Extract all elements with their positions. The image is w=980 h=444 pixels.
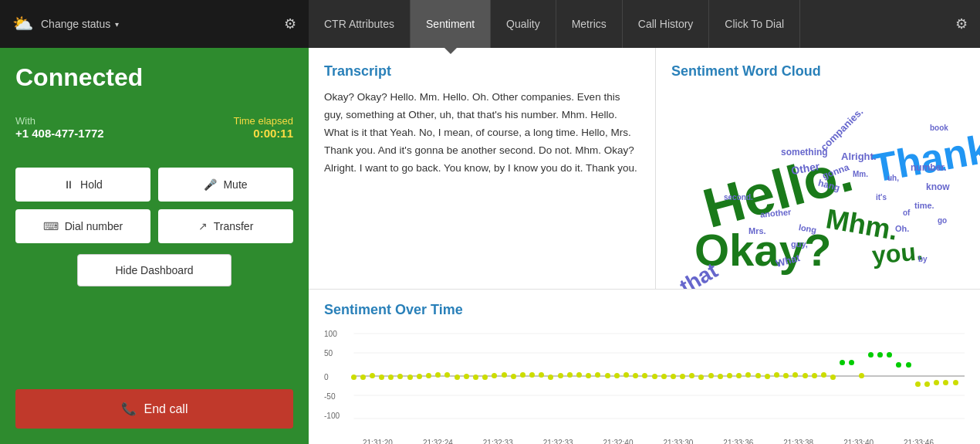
sentiment-dot bbox=[840, 360, 845, 365]
with-info: With +1 408-477-1772 bbox=[15, 115, 104, 140]
main: Connected With +1 408-477-1772 Time elap… bbox=[0, 48, 980, 444]
sentiment-dot bbox=[520, 372, 525, 378]
sentiment-dot bbox=[502, 372, 507, 378]
word-cloud-word: number. bbox=[911, 162, 947, 173]
content-panel: Transcript Okay? Okay? Hello. Mm. Hello.… bbox=[309, 48, 980, 444]
word-cloud-word: guy, bbox=[791, 239, 808, 249]
sentiment-dot bbox=[953, 380, 958, 385]
sentiment-dot bbox=[435, 372, 441, 378]
sentiment-dot bbox=[943, 380, 948, 385]
sentiment-dot bbox=[351, 375, 357, 380]
end-call-button[interactable]: 📞 End call bbox=[15, 389, 293, 429]
dial-number-button[interactable]: ⌨ Dial number bbox=[15, 209, 150, 243]
sentiment-dot bbox=[417, 374, 422, 379]
sentiment-dot bbox=[642, 373, 647, 378]
word-cloud-panel: Sentiment Word Cloud Hello.Okay?ThankMhm… bbox=[656, 48, 980, 289]
sentiment-dot bbox=[388, 375, 394, 380]
sentiment-dot bbox=[576, 372, 582, 378]
transcript-text: Okay? Okay? Hello. Mm. Hello. Oh. Other … bbox=[324, 89, 640, 178]
content-top: Transcript Okay? Okay? Hello. Mm. Hello.… bbox=[309, 48, 980, 290]
sentiment-dot bbox=[934, 380, 939, 385]
sentiment-dot bbox=[671, 374, 676, 379]
header-left: ⛅ Change status ▾ ⚙ bbox=[0, 0, 309, 48]
time-elapsed-label: Time elapsed bbox=[233, 115, 293, 127]
sentiment-dot bbox=[492, 373, 497, 378]
sentiment-chart: 100 50 0 -50 -100 bbox=[324, 327, 965, 436]
sentiment-dot bbox=[661, 374, 667, 379]
hide-dashboard-button[interactable]: Hide Dashboard bbox=[77, 254, 231, 286]
word-cloud-word: uh, bbox=[887, 174, 899, 182]
word-cloud-word: it's bbox=[876, 193, 887, 202]
sentiment-dot bbox=[718, 374, 723, 379]
sentiment-dot bbox=[859, 373, 864, 378]
sentiment-dot bbox=[473, 375, 478, 380]
sentiment-dot bbox=[803, 373, 808, 378]
sentiment-dot bbox=[558, 373, 563, 378]
tab-quality[interactable]: Quality bbox=[491, 0, 556, 48]
tab-click-to-dial[interactable]: Click To Dial bbox=[709, 0, 800, 48]
header: ⛅ Change status ▾ ⚙ CTR Attributes Senti… bbox=[0, 0, 980, 48]
with-label: With bbox=[15, 115, 104, 127]
sentiment-dot bbox=[652, 374, 657, 379]
word-cloud-word: by bbox=[918, 255, 928, 263]
mute-icon: 🎤 bbox=[204, 178, 217, 191]
sentiment-dot bbox=[511, 374, 516, 379]
tab-sentiment[interactable]: Sentiment bbox=[411, 0, 491, 48]
hold-button[interactable]: ⏸ Hold bbox=[15, 168, 150, 202]
sentiment-dot bbox=[896, 362, 901, 368]
sentiment-dot bbox=[877, 352, 883, 358]
sentiment-dot bbox=[887, 352, 892, 358]
sentiment-dot bbox=[605, 373, 610, 378]
dial-number-label: Dial number bbox=[65, 220, 123, 232]
connected-status: Connected bbox=[15, 63, 293, 92]
settings-right-icon[interactable]: ⚙ bbox=[943, 15, 980, 32]
sentiment-dot bbox=[614, 373, 620, 378]
tab-ctr-attributes[interactable]: CTR Attributes bbox=[309, 0, 411, 48]
sentiment-title: Sentiment Over Time bbox=[324, 302, 965, 318]
time-info: Time elapsed 0:00:11 bbox=[233, 115, 293, 140]
dialpad-icon: ⌨ bbox=[43, 220, 59, 232]
mute-label: Mute bbox=[223, 178, 247, 191]
sentiment-dot bbox=[529, 372, 535, 378]
sentiment-dot bbox=[539, 372, 544, 378]
end-call-label: End call bbox=[144, 402, 188, 416]
word-cloud-word: you. bbox=[871, 237, 924, 270]
sentiment-dot bbox=[464, 374, 469, 379]
svg-text:-100: -100 bbox=[324, 412, 340, 420]
transcript-panel: Transcript Okay? Okay? Hello. Mm. Hello.… bbox=[309, 48, 656, 289]
action-buttons-grid: ⏸ Hold 🎤 Mute ⌨ Dial number ↗ Transfer bbox=[15, 168, 293, 243]
word-cloud-word: Thank bbox=[869, 125, 980, 191]
sentiment-panel: Sentiment Over Time 100 50 0 -50 -100 bbox=[309, 290, 980, 444]
sentiment-dot bbox=[482, 375, 488, 380]
transfer-button[interactable]: ↗ Transfer bbox=[158, 209, 293, 243]
sentiment-dot bbox=[755, 373, 761, 378]
tab-call-history[interactable]: Call History bbox=[623, 0, 710, 48]
word-cloud-word: something bbox=[781, 147, 828, 158]
transcript-title: Transcript bbox=[324, 63, 640, 80]
tab-metrics[interactable]: Metrics bbox=[556, 0, 623, 48]
sentiment-dot bbox=[765, 374, 770, 379]
word-cloud-word: know bbox=[926, 181, 950, 192]
sentiment-dot bbox=[548, 375, 553, 380]
change-status-button[interactable]: Change status ▾ bbox=[41, 18, 119, 30]
word-cloud-word: Alright. bbox=[841, 151, 877, 162]
sentiment-dot bbox=[397, 374, 403, 379]
sentiment-dot bbox=[379, 375, 384, 380]
svg-text:50: 50 bbox=[324, 349, 333, 358]
transfer-label: Transfer bbox=[214, 220, 254, 232]
sentiment-dot bbox=[689, 373, 694, 378]
sentiment-dot bbox=[680, 374, 685, 379]
sentiment-dot bbox=[370, 373, 375, 378]
sentiment-dot bbox=[849, 360, 854, 365]
word-cloud-word: second. bbox=[724, 193, 753, 202]
sentiment-dot bbox=[924, 381, 930, 387]
word-cloud-word: of bbox=[903, 208, 910, 217]
settings-left-icon[interactable]: ⚙ bbox=[284, 15, 296, 32]
sentiment-dot bbox=[821, 372, 826, 378]
mute-button[interactable]: 🎤 Mute bbox=[158, 168, 293, 202]
sentiment-dot bbox=[745, 372, 751, 378]
sentiment-dot bbox=[783, 373, 789, 378]
sentiment-dot bbox=[708, 373, 714, 378]
sentiment-dot bbox=[586, 373, 591, 378]
sentiment-dot bbox=[906, 362, 911, 368]
